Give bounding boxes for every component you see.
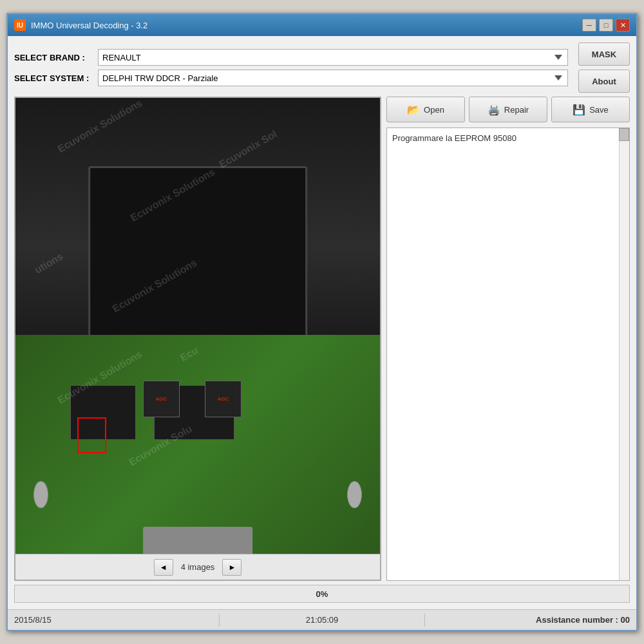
system-label: SELECT SYSTEM :: [14, 73, 91, 83]
status-time: 21:05:09: [220, 615, 424, 625]
brand-dropdown[interactable]: RENAULT: [98, 49, 568, 66]
content-area: SELECT BRAND : RENAULT SELECT SYSTEM : D…: [8, 36, 636, 609]
prev-image-button[interactable]: ◄: [154, 559, 173, 576]
ecu-board-image: AGC AGC Ecuvonix Solutions Ecuvonix Solu…: [15, 98, 380, 554]
info-text: Programmare la EEPROM 95080: [392, 133, 516, 143]
brand-label: SELECT BRAND :: [14, 53, 91, 62]
minimize-button[interactable]: ─: [582, 19, 596, 32]
window-controls: ─ □ ✕: [582, 19, 630, 32]
system-dropdown[interactable]: DELPHI TRW DDCR - Parziale: [98, 70, 568, 86]
title-bar-left: IU IMMO Universal Decoding - 3.2: [14, 19, 147, 31]
main-window: IU IMMO Universal Decoding - 3.2 ─ □ ✕ S…: [6, 13, 638, 631]
progress-text: 0%: [316, 589, 328, 599]
right-panel: 📂 Open 🖨️ Repair 💾 Save Programmare la E…: [386, 97, 630, 581]
app-icon: IU: [14, 19, 26, 31]
top-controls: SELECT BRAND : RENAULT SELECT SYSTEM : D…: [14, 43, 630, 93]
repair-button[interactable]: 🖨️ Repair: [469, 97, 547, 122]
info-scrollbar[interactable]: [619, 128, 629, 580]
save-icon: 💾: [573, 104, 585, 116]
system-select-row: SELECT SYSTEM : DELPHI TRW DDCR - Parzia…: [14, 70, 568, 86]
info-panel: Programmare la EEPROM 95080: [386, 128, 630, 581]
status-date: 2015/8/15: [14, 615, 219, 625]
select-rows: SELECT BRAND : RENAULT SELECT SYSTEM : D…: [14, 49, 568, 86]
scrollbar-thumb[interactable]: [619, 128, 629, 141]
about-button[interactable]: About: [578, 70, 630, 93]
side-buttons: MASK About: [578, 43, 630, 93]
close-button[interactable]: ✕: [616, 19, 630, 32]
title-bar: IU IMMO Universal Decoding - 3.2 ─ □ ✕: [8, 14, 636, 36]
window-title: IMMO Universal Decoding - 3.2: [31, 21, 147, 30]
save-label: Save: [589, 105, 609, 115]
image-panel: AGC AGC Ecuvonix Solutions Ecuvonix Solu…: [14, 97, 381, 581]
save-button[interactable]: 💾 Save: [551, 97, 630, 122]
mask-button[interactable]: MASK: [578, 43, 630, 66]
status-bar: 2015/8/15 21:05:09 Assistance number : 0…: [8, 609, 636, 630]
image-container: AGC AGC Ecuvonix Solutions Ecuvonix Solu…: [15, 98, 380, 554]
action-buttons: 📂 Open 🖨️ Repair 💾 Save: [386, 97, 630, 122]
brand-select-row: SELECT BRAND : RENAULT: [14, 49, 568, 66]
maximize-button[interactable]: □: [599, 19, 613, 32]
image-count-label: 4 images: [181, 562, 215, 572]
image-nav: ◄ 4 images ►: [15, 554, 380, 580]
repair-icon: 🖨️: [488, 104, 500, 116]
next-image-button[interactable]: ►: [222, 559, 242, 576]
main-area: AGC AGC Ecuvonix Solutions Ecuvonix Solu…: [14, 97, 630, 581]
repair-label: Repair: [504, 105, 529, 115]
progress-area: 0%: [14, 585, 630, 603]
status-assistance: Assistance number : 00: [425, 615, 630, 625]
open-icon: 📂: [407, 104, 420, 116]
open-button[interactable]: 📂 Open: [386, 97, 465, 122]
open-label: Open: [424, 105, 444, 115]
